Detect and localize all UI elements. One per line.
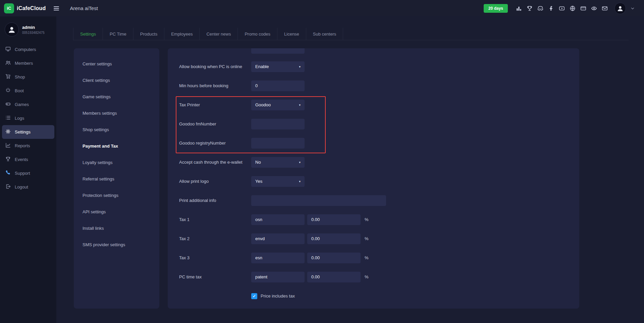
settings-nav-client[interactable]: Client settings (74, 72, 159, 89)
mail-icon[interactable] (602, 5, 608, 11)
min-hours-input[interactable] (251, 80, 305, 91)
form-row-price-includes-tax: ✓ Price includes tax (168, 286, 579, 306)
app-brand[interactable]: iC iCafeCloud (4, 3, 46, 13)
sidebar-item-reports[interactable]: Reports (2, 139, 54, 153)
field-label: Accept cash through the e-wallet (179, 160, 251, 165)
billing-icon[interactable] (580, 5, 586, 11)
tab-bar: Settings PC Time Products Employees Cent… (73, 28, 629, 40)
sidebar-item-shop[interactable]: Shop (2, 70, 54, 84)
settings-nav-protection[interactable]: Protection settings (74, 187, 159, 204)
page-title: Arena aiTest (70, 5, 98, 11)
field-label: Allow print logo (179, 179, 251, 184)
boot-icon (5, 88, 11, 94)
settings-nav-payment-tax[interactable]: Payment and Tax (74, 138, 159, 154)
field-label: Goodoo registryNumber (179, 141, 251, 146)
sidebar-item-boot[interactable]: Boot (2, 84, 54, 98)
tax1-name-input[interactable] (251, 214, 305, 225)
logs-icon (5, 115, 11, 121)
settings-nav-game[interactable]: Game settings (74, 89, 159, 105)
checkbox-label: Price includes tax (261, 293, 295, 299)
sidebar-item-events[interactable]: Events (2, 153, 54, 166)
profile-text: admin 005193482475 (22, 25, 45, 35)
percent-label: % (365, 274, 369, 279)
user-avatar[interactable] (5, 22, 19, 37)
sidebar: admin 005193482475 Computers Members Sho… (0, 16, 56, 323)
payment-tax-form-card: Allow booking when PC is online Enable ▾… (168, 48, 579, 309)
chevron-down-icon: ▾ (299, 161, 301, 164)
user-avatar[interactable] (614, 3, 626, 14)
events-icon (5, 156, 11, 163)
settings-nav-api[interactable]: API settings (74, 204, 159, 220)
analytics-icon[interactable] (516, 5, 522, 11)
reports-icon (5, 143, 11, 149)
profile-id: 005193482475 (22, 31, 45, 35)
tab-products[interactable]: Products (133, 28, 164, 40)
sidebar-nav: Computers Members Shop Boot Games Logs S… (0, 43, 56, 194)
sidebar-item-computers[interactable]: Computers (2, 43, 54, 56)
profile-block: admin 005193482475 (0, 16, 56, 41)
settings-nav-card: Center settings Client settings Game set… (74, 48, 159, 309)
price-includes-tax-checkbox[interactable]: ✓ (251, 293, 257, 299)
sidebar-item-logout[interactable]: Logout (2, 180, 54, 194)
shop-icon (5, 74, 11, 80)
reviews-icon[interactable] (591, 5, 597, 11)
sidebar-item-support[interactable]: Support (2, 166, 54, 180)
sidebar-item-games[interactable]: Games (2, 98, 54, 111)
allow-print-logo-select[interactable]: Yes ▾ (251, 176, 305, 187)
form-row-min-hours: Min hours before booking (168, 76, 579, 95)
goodoo-fmnumber-input[interactable] (251, 119, 305, 129)
sidebar-item-settings[interactable]: Settings (2, 125, 54, 139)
settings-nav-install-links[interactable]: Install links (74, 220, 159, 236)
percent-label: % (365, 217, 369, 222)
form-row-tax2: Tax 2 % (168, 229, 579, 248)
tax2-name-input[interactable] (251, 233, 305, 244)
field-label: Tax Printer (179, 102, 251, 107)
menu-toggle-icon[interactable] (53, 5, 60, 12)
settings-nav-shop[interactable]: Shop settings (74, 121, 159, 138)
tab-pc-time[interactable]: PC Time (103, 28, 133, 40)
tab-sub-centers[interactable]: Sub centers (306, 28, 343, 40)
tax3-rate-input[interactable] (307, 253, 361, 263)
tab-settings[interactable]: Settings (73, 28, 103, 40)
chevron-down-icon: ▾ (299, 103, 301, 107)
settings-nav-sms-provider[interactable]: SMS provider settings (74, 236, 159, 253)
youtube-icon[interactable] (559, 5, 565, 11)
sidebar-item-members[interactable]: Members (2, 56, 54, 70)
form-row-print-additional-info: Print additional info (168, 191, 579, 210)
tax1-rate-input[interactable] (307, 214, 361, 225)
settings-nav-referral[interactable]: Referral settings (74, 171, 159, 187)
facebook-icon[interactable] (548, 5, 554, 11)
settings-nav-center[interactable]: Center settings (74, 56, 159, 72)
trophy-icon[interactable] (527, 5, 533, 11)
pc-time-tax-rate-input[interactable] (307, 272, 361, 282)
tab-employees[interactable]: Employees (164, 28, 200, 40)
tab-promo-codes[interactable]: Promo codes (238, 28, 277, 40)
settings-nav-loyalty[interactable]: Loyalty settings (74, 154, 159, 171)
tax-printer-select[interactable]: Goodoo ▾ (251, 100, 305, 110)
license-days-badge[interactable]: 20 days (484, 4, 508, 13)
goodoo-registrynumber-input[interactable] (251, 138, 305, 149)
logout-icon (5, 184, 11, 190)
field-label: Print additional info (179, 198, 251, 203)
discord-icon[interactable] (537, 5, 543, 11)
app-logo-icon: iC (4, 3, 14, 13)
chevron-down-icon[interactable] (631, 6, 635, 10)
accept-cash-select[interactable]: No ▾ (251, 157, 305, 168)
sidebar-item-logs[interactable]: Logs (2, 111, 54, 125)
tax3-name-input[interactable] (251, 253, 305, 263)
field-label: Allow booking when PC is online (179, 64, 251, 69)
games-icon (5, 101, 11, 108)
allow-booking-select[interactable]: Enable ▾ (251, 61, 305, 72)
form-row-tax1: Tax 1 % (168, 210, 579, 229)
pc-time-tax-name-input[interactable] (251, 272, 305, 282)
globe-icon[interactable] (570, 5, 576, 11)
form-row-allow-print-logo: Allow print logo Yes ▾ (168, 172, 579, 191)
members-icon (5, 60, 11, 66)
field-label: Tax 2 (179, 236, 251, 241)
tab-license[interactable]: License (277, 28, 306, 40)
print-additional-info-input[interactable] (251, 195, 386, 206)
tab-center-news[interactable]: Center news (200, 28, 238, 40)
tax2-rate-input[interactable] (307, 233, 361, 244)
settings-nav-members[interactable]: Members settings (74, 105, 159, 121)
percent-label: % (365, 255, 369, 260)
